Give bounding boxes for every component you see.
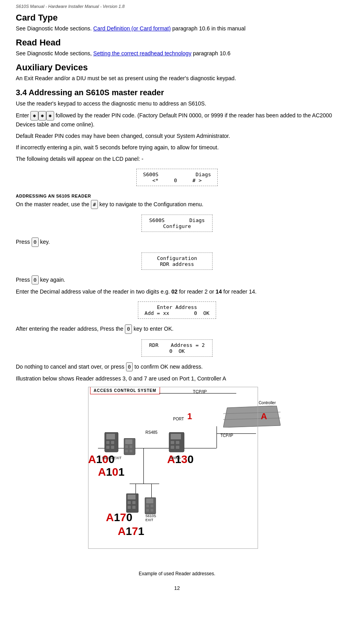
- star-key-3: ✱: [46, 111, 54, 121]
- dev1-label: S610S EXIT: [102, 456, 122, 460]
- zero-key-3: 0: [125, 324, 132, 334]
- zero-key-1: 0: [32, 237, 39, 247]
- lcd3-line2: RDR address: [148, 261, 206, 267]
- lcd-panel-1: S600S Diags <* 0 # >: [16, 166, 338, 188]
- svg-rect-24: [132, 501, 136, 504]
- lcd1-line1: S600S Diags: [143, 171, 211, 177]
- card-definition-link[interactable]: Card Definition (or Card format): [93, 25, 171, 32]
- addressing-para1: Use the reader's keypad to access the di…: [16, 100, 338, 108]
- addressing-para2: Enter ✱✱✱ followed by the reader PIN cod…: [16, 111, 338, 129]
- aux-devices-para: An Exit Reader and/or a DIU must be set …: [16, 74, 338, 83]
- lcd5-line1: RDR Address = 2: [148, 342, 206, 348]
- addressing-para10: After entering the reader address, Press…: [16, 324, 338, 334]
- svg-rect-18: [176, 441, 179, 444]
- bottom-branch-h: [130, 484, 159, 484]
- read-head-para: See Diagnostic Mode sections, Setting th…: [16, 49, 338, 58]
- addressing-section-label: ADDRESSING AN S610S READER On the master…: [16, 192, 338, 209]
- bot-right-v: [151, 484, 152, 497]
- svg-rect-19: [171, 446, 174, 449]
- page-header: S610S Manual - Hardware Installer Manual…: [16, 4, 338, 9]
- port-label: PORT: [173, 417, 184, 421]
- network-diagram: ACCESS CONTROL SYSTEM TCP/IP Controller …: [66, 387, 288, 569]
- svg-rect-26: [132, 506, 136, 509]
- star-key-1: ✱: [30, 111, 38, 121]
- lcd2-line2: Configure: [148, 223, 206, 229]
- svg-rect-14: [130, 450, 132, 452]
- lcd3-line1: Configuration: [148, 255, 206, 261]
- lcd-panel-2: S600S Diags Configure: [16, 212, 338, 234]
- addr-A101: A101: [98, 466, 124, 478]
- addressing-para9: Enter the Decimal address value of the r…: [16, 288, 338, 296]
- example-number-02: 02: [171, 288, 178, 295]
- lcd1-line2: <* 0 # >: [143, 177, 211, 183]
- lcd2-line1: S600S Diags: [148, 217, 206, 223]
- lcd-panel-3: Configuration RDR address: [16, 250, 338, 272]
- addr-A170: A170: [106, 511, 132, 524]
- addressing-para11: Do nothing to cancel and start over, or …: [16, 362, 338, 372]
- aux-devices-heading: Auxiliary Devices: [16, 62, 338, 73]
- reader-device-A101: [124, 438, 136, 456]
- reader-device-A130: [168, 432, 186, 453]
- dev3-label: S610S EXIT: [145, 514, 156, 522]
- svg-rect-28: [146, 499, 153, 503]
- svg-rect-23: [128, 501, 131, 504]
- zero-key-4: 0: [126, 362, 133, 372]
- svg-rect-12: [130, 445, 132, 448]
- lcd4-line1: Enter Address: [145, 304, 209, 310]
- zero-key-2: 0: [32, 275, 39, 285]
- hash-key-1: #: [91, 200, 98, 209]
- svg-rect-32: [151, 509, 153, 512]
- acs-label-box: ACCESS CONTROL SYSTEM: [90, 387, 160, 394]
- addressing-para12: Illustration below shows Reader addresse…: [16, 375, 338, 383]
- read-head-heading: Read Head: [16, 38, 338, 48]
- svg-rect-13: [125, 450, 128, 452]
- svg-marker-0: [223, 406, 281, 427]
- svg-rect-31: [146, 509, 149, 512]
- svg-rect-16: [171, 434, 181, 439]
- card-type-para: See Diagnostic Mode sections. Card Defin…: [16, 24, 338, 33]
- readhead-technology-link[interactable]: Setting the correct readhead technology: [93, 50, 191, 56]
- addr-A171: A171: [118, 525, 144, 538]
- lcd-panel-5: RDR Address = 2 0 OK: [16, 337, 338, 359]
- dev2-label: S600S: [170, 456, 181, 460]
- addressing-para3: Default Reader PIN codes may have been c…: [16, 132, 338, 140]
- bottom-branch-v: [143, 448, 144, 484]
- svg-rect-10: [125, 439, 132, 444]
- tcp-line-horizontal: [159, 393, 236, 394]
- controller-shape: [223, 406, 281, 427]
- svg-rect-8: [111, 446, 114, 449]
- lcd4-line2: Add = xx 0 OK: [145, 310, 209, 316]
- svg-rect-11: [125, 445, 128, 448]
- reader-device-A170: [126, 493, 139, 513]
- lcd-panel-4: Enter Address Add = xx 0 OK: [16, 299, 338, 321]
- svg-rect-4: [106, 434, 115, 439]
- svg-rect-7: [106, 446, 109, 449]
- reader-device-A171: [145, 497, 156, 515]
- example-number-14: 14: [216, 288, 222, 295]
- card-type-heading: Card Type: [16, 13, 338, 23]
- lcd5-line2: 0 OK: [148, 348, 206, 354]
- tcp-ip-bottom-label: TCP/IP: [220, 433, 233, 438]
- addressing-para5: The following details will appear on the…: [16, 155, 338, 163]
- svg-rect-29: [146, 505, 149, 507]
- svg-rect-5: [106, 441, 109, 444]
- svg-rect-22: [128, 495, 136, 499]
- svg-rect-17: [171, 441, 174, 444]
- star-key-2: ✱: [38, 111, 46, 121]
- addressing-para4: If incorrectly entering a pin, wait 5 se…: [16, 143, 338, 152]
- addressing-heading: 3.4 Addressing an S610S master reader: [16, 88, 338, 97]
- reader-device-A100: [104, 432, 119, 454]
- rs485-label: RS485: [145, 430, 158, 435]
- controller-a: A: [261, 411, 267, 422]
- acs-label-text: ACCESS CONTROL SYSTEM: [94, 388, 156, 393]
- svg-rect-6: [111, 441, 114, 444]
- diagram-caption: Example of used Reader addresses.: [16, 570, 338, 577]
- svg-rect-25: [128, 506, 131, 509]
- v-line-controller: [217, 426, 217, 448]
- page-number: 12: [16, 585, 338, 591]
- addressing-para7: Press 0 key.: [16, 237, 338, 247]
- controller-label: Controller: [259, 401, 276, 405]
- svg-rect-30: [151, 505, 153, 507]
- port-number: 1: [187, 411, 192, 422]
- svg-rect-20: [176, 446, 179, 449]
